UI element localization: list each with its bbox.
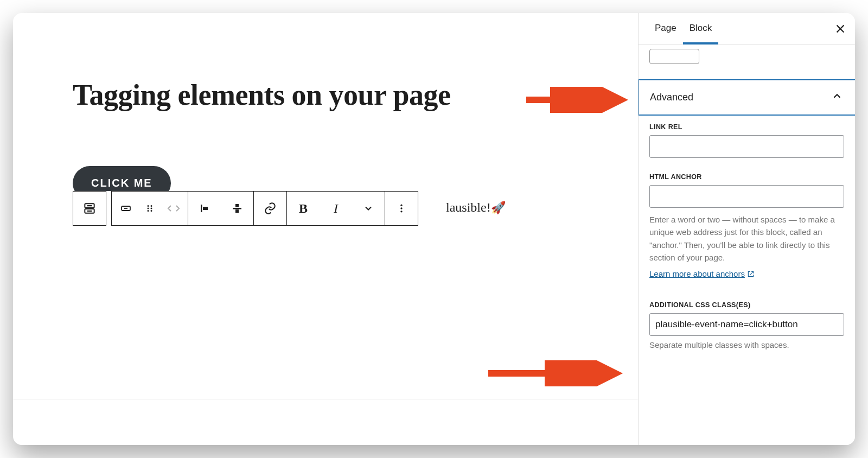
- css-classes-help: Separate multiple classes with spaces.: [649, 340, 844, 349]
- annotation-arrow-bottom: [485, 360, 626, 386]
- rocket-icon: 🚀: [491, 201, 506, 214]
- align-button[interactable]: [188, 192, 221, 225]
- tab-page[interactable]: Page: [648, 13, 683, 44]
- svg-rect-3: [87, 211, 92, 212]
- link-rel-input[interactable]: [649, 135, 844, 158]
- html-anchor-help: Enter a word or two — without spaces — t…: [649, 213, 844, 264]
- svg-point-10: [148, 210, 149, 212]
- svg-rect-13: [203, 207, 208, 210]
- advanced-panel-toggle[interactable]: Advanced: [639, 79, 855, 116]
- svg-rect-1: [87, 205, 92, 206]
- bold-button[interactable]: B: [287, 192, 320, 225]
- html-anchor-label: HTML ANCHOR: [649, 173, 844, 181]
- svg-point-8: [148, 208, 149, 209]
- link-rel-label: LINK REL: [649, 123, 844, 131]
- link-button[interactable]: [254, 192, 286, 225]
- block-type-button[interactable]: [73, 192, 106, 225]
- chevron-up-icon: [831, 90, 843, 105]
- partial-control-fragment: [649, 49, 699, 64]
- block-style-button[interactable]: [114, 192, 138, 225]
- block-toolbar: B I: [73, 191, 418, 226]
- move-buttons[interactable]: [162, 192, 186, 225]
- close-sidebar-button[interactable]: [831, 20, 850, 38]
- vertical-align-button[interactable]: [221, 192, 253, 225]
- page-title[interactable]: Tagging elements on your page: [73, 78, 638, 112]
- more-rich-text-button[interactable]: [352, 192, 385, 225]
- svg-rect-15: [235, 204, 239, 207]
- svg-point-9: [151, 208, 152, 209]
- options-button[interactable]: [385, 192, 418, 225]
- css-classes-input[interactable]: [649, 313, 844, 336]
- svg-point-6: [148, 205, 149, 207]
- settings-sidebar: Page Block Advanced LINK REL HTML ANCHOR: [638, 13, 855, 445]
- drag-handle-icon[interactable]: [138, 192, 162, 225]
- svg-point-19: [400, 211, 402, 212]
- svg-point-7: [151, 205, 152, 207]
- learn-more-anchors-link[interactable]: Learn more about anchors: [649, 269, 755, 278]
- css-classes-label: ADDITIONAL CSS CLASS(ES): [649, 301, 844, 309]
- svg-point-18: [400, 207, 402, 209]
- svg-rect-14: [233, 208, 241, 209]
- svg-rect-16: [235, 209, 239, 213]
- svg-point-11: [151, 210, 152, 212]
- external-link-icon: [747, 270, 755, 278]
- sidebar-tabs: Page Block: [639, 13, 855, 44]
- html-anchor-input[interactable]: [649, 185, 844, 208]
- svg-point-17: [400, 205, 402, 206]
- tab-block[interactable]: Block: [683, 13, 719, 44]
- svg-rect-12: [201, 205, 202, 212]
- italic-button[interactable]: I: [320, 192, 352, 225]
- divider: [13, 399, 638, 399]
- editor-canvas: Tagging elements on your page lausible!🚀: [13, 13, 638, 445]
